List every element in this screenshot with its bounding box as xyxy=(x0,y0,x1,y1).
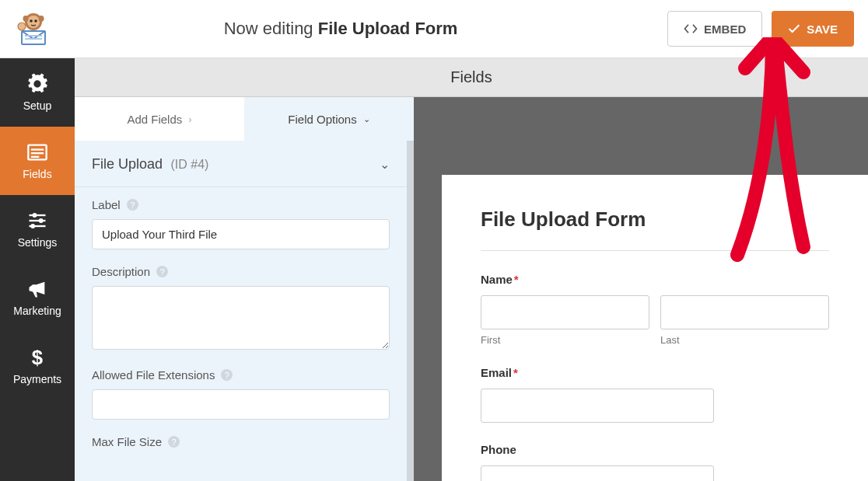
code-icon xyxy=(684,23,698,34)
chevron-down-icon: ⌄ xyxy=(380,157,390,172)
svg-point-4 xyxy=(23,16,29,22)
app-logo xyxy=(14,9,61,48)
sidebar-item-settings[interactable]: Settings xyxy=(0,195,75,263)
list-icon xyxy=(26,141,48,163)
preview-name-field[interactable]: Name* First Last xyxy=(481,273,829,346)
panel-header: Fields xyxy=(75,58,868,97)
field-options-panel: Add Fields › Field Options ⌄ File Upload… xyxy=(75,97,414,481)
help-icon[interactable]: ? xyxy=(156,266,168,277)
chevron-down-icon: ⌄ xyxy=(363,114,370,124)
preview-name-label: Name* xyxy=(481,273,829,286)
email-input[interactable] xyxy=(481,389,714,423)
svg-point-17 xyxy=(39,218,44,223)
required-indicator: * xyxy=(514,273,519,286)
svg-point-5 xyxy=(39,16,44,22)
sidebar-item-marketing[interactable]: Marketing xyxy=(0,263,75,332)
help-icon[interactable]: ? xyxy=(221,369,233,381)
page-title: Now editing File Upload Form xyxy=(61,19,667,39)
field-group-label: Label ? xyxy=(75,187,407,254)
section-title: File Upload xyxy=(92,156,163,172)
chevron-right-icon: › xyxy=(188,113,191,125)
tab-add-fields[interactable]: Add Fields › xyxy=(75,97,244,141)
builder-header: Now editing File Upload Form EMBED SAVE xyxy=(0,0,868,58)
divider xyxy=(481,250,829,251)
svg-point-3 xyxy=(34,19,37,23)
label-input[interactable] xyxy=(92,219,390,249)
first-sublabel: First xyxy=(481,334,649,346)
field-group-description: Description ? xyxy=(75,254,407,357)
field-section-toggle[interactable]: File Upload (ID #4) ⌄ xyxy=(75,141,407,187)
field-label-text: Max File Size xyxy=(92,435,162,448)
phone-input[interactable] xyxy=(481,465,714,481)
help-icon[interactable]: ? xyxy=(168,436,180,448)
required-indicator: * xyxy=(513,366,518,379)
svg-rect-8 xyxy=(25,38,42,40)
sidebar-item-label: Payments xyxy=(13,373,61,385)
section-id: (ID #4) xyxy=(171,158,209,171)
check-icon xyxy=(788,23,800,34)
tab-field-options[interactable]: Field Options ⌄ xyxy=(244,97,414,141)
sidebar-item-label: Settings xyxy=(18,236,58,249)
dollar-icon: $ xyxy=(26,347,48,368)
svg-point-15 xyxy=(33,213,37,218)
svg-rect-7 xyxy=(25,35,42,37)
svg-point-2 xyxy=(30,19,33,23)
field-group-maxsize: Max File Size ? xyxy=(75,424,407,461)
save-button[interactable]: SAVE xyxy=(772,11,854,47)
preview-phone-label: Phone xyxy=(481,443,829,456)
first-name-input[interactable] xyxy=(481,295,649,329)
sidebar-item-label: Fields xyxy=(23,168,51,180)
form-canvas: File Upload Form Name* First xyxy=(414,97,868,481)
form-title: File Upload Form xyxy=(481,207,829,232)
sidebar-item-payments[interactable]: $ Payments xyxy=(0,332,75,400)
preview-email-field[interactable]: Email* xyxy=(481,366,829,423)
bullhorn-icon xyxy=(26,278,48,300)
form-preview: File Upload Form Name* First xyxy=(442,175,868,481)
preview-email-label: Email* xyxy=(481,366,829,379)
svg-point-9 xyxy=(18,23,26,30)
wpforms-logo-icon xyxy=(14,9,53,48)
sidebar-item-label: Marketing xyxy=(13,305,61,317)
header-actions: EMBED SAVE xyxy=(667,11,854,47)
sliders-icon xyxy=(26,210,48,232)
field-label-text: Label xyxy=(92,198,121,211)
extensions-input[interactable] xyxy=(92,389,390,420)
embed-button[interactable]: EMBED xyxy=(667,11,762,47)
last-name-input[interactable] xyxy=(660,295,829,329)
field-label-text: Description xyxy=(92,265,150,278)
preview-phone-field[interactable]: Phone xyxy=(481,443,829,481)
sidebar-item-fields[interactable]: Fields xyxy=(0,127,75,195)
last-sublabel: Last xyxy=(660,334,829,346)
field-group-extensions: Allowed File Extensions ? xyxy=(75,357,407,424)
svg-text:$: $ xyxy=(32,347,43,368)
field-label-text: Allowed File Extensions xyxy=(92,368,215,382)
gear-icon xyxy=(26,73,48,95)
sidebar-item-label: Setup xyxy=(23,99,52,112)
builder-sidebar: Setup Fields Settings Marketing $ Paymen… xyxy=(0,58,75,481)
panel-tabs: Add Fields › Field Options ⌄ xyxy=(75,97,414,141)
description-input[interactable] xyxy=(92,286,390,350)
sidebar-item-setup[interactable]: Setup xyxy=(0,58,75,127)
help-icon[interactable]: ? xyxy=(127,199,138,211)
svg-point-19 xyxy=(30,224,35,228)
